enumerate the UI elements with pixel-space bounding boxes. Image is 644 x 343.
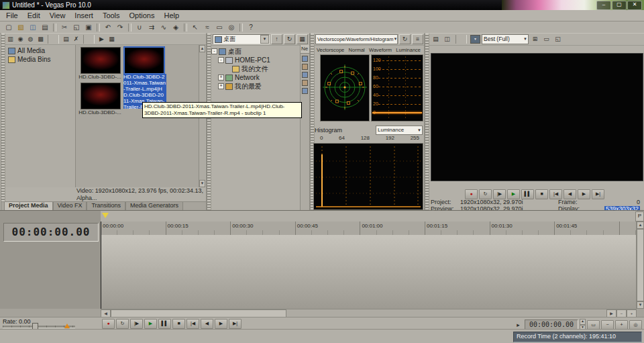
- refresh-icon[interactable]: ↻: [284, 34, 295, 44]
- zoom-edit-tool-icon[interactable]: ◎: [225, 23, 237, 32]
- menu-item[interactable]: Edit: [23, 11, 45, 21]
- bin-all-media[interactable]: All Media: [5, 46, 75, 55]
- previous-frame-button[interactable]: ◀: [201, 319, 213, 329]
- close-button[interactable]: ✕: [627, 1, 642, 10]
- track-header-area[interactable]: 00:00:00.00: [0, 211, 101, 309]
- marker-bar[interactable]: [101, 211, 637, 222]
- menu-item[interactable]: View: [45, 11, 70, 21]
- maximize-button[interactable]: ▢: [612, 1, 627, 10]
- expander-icon[interactable]: -: [211, 48, 217, 54]
- scope-layout-dropdown[interactable]: Vectorscope/Waveform/Histogram ▼: [315, 34, 398, 44]
- next-frame-button[interactable]: ▶: [578, 189, 590, 199]
- dock-grip[interactable]: [425, 34, 429, 211]
- file-icon[interactable]: [302, 64, 308, 70]
- media-clip-thumbnail-selected[interactable]: [124, 47, 164, 74]
- undo-icon[interactable]: ↶: [102, 23, 114, 32]
- auto-ripple-icon[interactable]: ⇉: [146, 23, 158, 32]
- copy-icon[interactable]: ◱: [70, 23, 83, 32]
- envelope-edit-tool-icon[interactable]: ≈: [201, 23, 213, 32]
- media-properties-icon[interactable]: ▤: [61, 35, 71, 44]
- go-to-end-button[interactable]: ▶|: [229, 319, 241, 329]
- timeline-track-space[interactable]: [101, 235, 637, 309]
- normal-edit-tool-icon[interactable]: ↖: [189, 23, 201, 32]
- import-media-icon[interactable]: ▥: [5, 35, 15, 44]
- tree-item-desktop[interactable]: - 桌面: [211, 47, 300, 56]
- menu-item[interactable]: Help: [159, 11, 184, 21]
- histogram-mode-dropdown[interactable]: Luminance ▼: [376, 126, 423, 135]
- safe-areas-icon[interactable]: ▭: [541, 35, 551, 44]
- views-icon[interactable]: ▦: [107, 35, 117, 44]
- expander-icon[interactable]: -: [218, 57, 224, 63]
- views-icon[interactable]: ▦: [297, 34, 308, 44]
- snapping-icon[interactable]: ∪: [133, 23, 146, 32]
- selection-edit-tool-icon[interactable]: ▭: [213, 23, 225, 32]
- project-properties-icon[interactable]: ▤: [431, 35, 441, 44]
- chevron-down-icon[interactable]: ▼: [260, 35, 269, 44]
- cursor-timecode-display[interactable]: 00:00:00.00: [3, 223, 99, 242]
- edit-cursor[interactable]: [101, 222, 101, 309]
- loop-region-marker[interactable]: [102, 213, 109, 218]
- play-button[interactable]: ▶: [144, 319, 157, 329]
- refresh-scopes-icon[interactable]: ↻: [399, 34, 411, 44]
- record-button[interactable]: ●: [465, 189, 478, 199]
- new-icon[interactable]: ▢: [3, 23, 15, 32]
- vertical-scroll-thumb[interactable]: [637, 229, 644, 301]
- cut-icon[interactable]: ✂: [58, 23, 70, 32]
- address-dropdown[interactable]: 桌面 ▼: [213, 34, 270, 44]
- media-clip-thumbnail[interactable]: [80, 83, 121, 109]
- toolbar-separator[interactable]: [97, 23, 100, 32]
- menu-item[interactable]: Options: [125, 11, 160, 21]
- pane-button[interactable]: P: [635, 211, 644, 222]
- loop-playback-button[interactable]: ↻: [116, 319, 129, 329]
- tree-item-documents[interactable]: 我的文件: [211, 64, 300, 73]
- toolbar-separator[interactable]: [455, 35, 467, 44]
- record-button[interactable]: ●: [102, 319, 115, 329]
- remove-media-icon[interactable]: ✗: [71, 35, 81, 44]
- preview-quality-dropdown[interactable]: Best (Full) ▼: [482, 34, 529, 44]
- ignore-grouping-icon[interactable]: ◈: [170, 23, 182, 32]
- save-icon[interactable]: ◫: [27, 23, 39, 32]
- stop-button[interactable]: ■: [535, 189, 548, 199]
- spin-up-icon[interactable]: ▲: [580, 319, 586, 325]
- auto-preview-icon[interactable]: ▶: [97, 35, 107, 44]
- paste-icon[interactable]: ▣: [83, 23, 95, 32]
- file-icon[interactable]: [302, 56, 308, 62]
- go-to-start-button[interactable]: |◀: [549, 189, 562, 199]
- file-icon[interactable]: [302, 88, 308, 94]
- toolbar-separator[interactable]: [128, 23, 131, 32]
- scroll-down-icon[interactable]: ▼: [637, 301, 644, 309]
- loop-playback-button[interactable]: ↻: [479, 189, 492, 199]
- minimize-button[interactable]: –: [596, 1, 611, 10]
- pause-button[interactable]: ▌▌: [521, 189, 534, 199]
- external-monitor-icon[interactable]: ◫: [442, 35, 452, 44]
- toolbar-separator[interactable]: [184, 23, 187, 32]
- redo-icon[interactable]: ↷: [114, 23, 126, 32]
- tree-item-network[interactable]: + Network: [211, 73, 300, 82]
- go-to-end-button[interactable]: ▶|: [592, 189, 604, 199]
- get-photo-icon[interactable]: ▩: [36, 35, 46, 44]
- file-icon[interactable]: [302, 80, 308, 86]
- snapshot-icon[interactable]: ◱: [553, 35, 563, 44]
- menu-item[interactable]: Tools: [98, 11, 125, 21]
- next-frame-button[interactable]: ▶: [215, 319, 227, 329]
- vectorscope-label[interactable]: Vectorscope: [317, 47, 344, 53]
- scroll-up-icon[interactable]: ▲: [199, 45, 205, 52]
- title-bar[interactable]: Untitled * - Vegas Pro 10.0 – ▢ ✕: [0, 0, 644, 10]
- menu-item[interactable]: File: [1, 11, 23, 21]
- grid-overlay-icon[interactable]: ⊞: [530, 35, 540, 44]
- toolbar-separator[interactable]: [48, 35, 59, 44]
- tree-item-favorites[interactable]: + 我的最爱: [211, 82, 300, 91]
- stop-button[interactable]: ■: [172, 319, 185, 329]
- vectorscope-mode[interactable]: Normal: [349, 47, 365, 53]
- lock-envelopes-icon[interactable]: ∿: [158, 23, 170, 32]
- tree-item-computer[interactable]: - HOME-PC1: [211, 56, 300, 64]
- go-to-start-button[interactable]: |◀: [186, 319, 199, 329]
- up-one-level-icon[interactable]: ↑: [271, 34, 282, 44]
- scope-settings-icon[interactable]: ≡: [412, 34, 423, 44]
- explorer-file-list[interactable]: Ne: [300, 45, 309, 211]
- properties-icon[interactable]: ▤: [39, 23, 51, 32]
- overlay-color-swatch[interactable]: ▾: [470, 35, 480, 44]
- timeline-vertical-scrollbar[interactable]: ▲ ▼: [636, 222, 644, 309]
- help-icon[interactable]: ?: [245, 23, 257, 32]
- expander-icon[interactable]: +: [218, 83, 224, 89]
